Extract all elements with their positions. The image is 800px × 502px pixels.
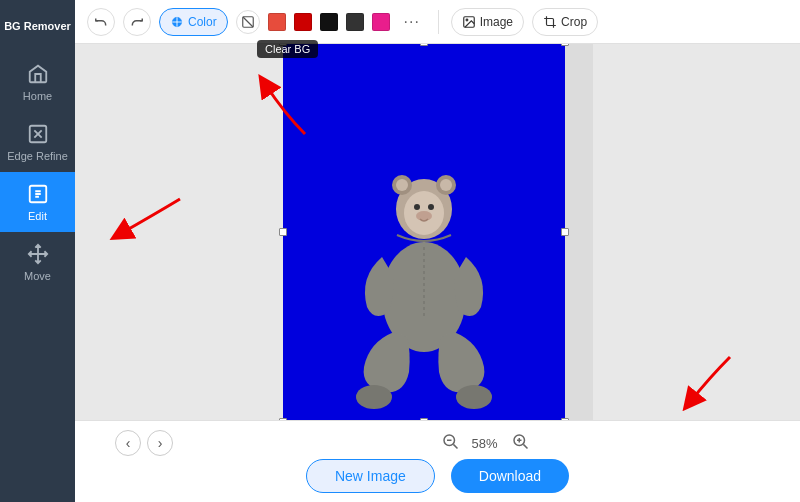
svg-point-9 — [396, 179, 408, 191]
color-button[interactable]: Color — [159, 8, 228, 36]
handle-mid-right[interactable] — [561, 228, 569, 236]
zoom-value: 58% — [467, 436, 503, 451]
svg-point-17 — [456, 385, 492, 409]
color-swatch-black2[interactable] — [346, 13, 364, 31]
app-title: BG Remover — [4, 20, 71, 32]
zoom-in-icon[interactable] — [511, 432, 529, 454]
sidebar-item-edit[interactable]: Edit — [0, 172, 75, 232]
svg-point-10 — [440, 179, 452, 191]
download-button[interactable]: Download — [451, 459, 569, 493]
more-colors-button[interactable]: ··· — [398, 11, 426, 33]
svg-point-14 — [416, 211, 432, 221]
svg-point-13 — [428, 204, 434, 210]
color-swatch-red1[interactable] — [268, 13, 286, 31]
sidebar-item-home[interactable]: Home — [0, 52, 75, 112]
color-swatch-black1[interactable] — [320, 13, 338, 31]
right-strip — [565, 44, 593, 420]
edge-refine-icon — [26, 122, 50, 146]
arrow-to-download — [660, 352, 740, 412]
svg-point-16 — [356, 385, 392, 409]
bottom-bar: ‹ › 58% — [75, 420, 800, 502]
canvas-area[interactable] — [75, 44, 800, 420]
sidebar-move-label: Move — [24, 270, 51, 282]
sidebar-edge-refine-label: Edge Refine — [7, 150, 68, 162]
zoom-out-icon[interactable] — [441, 432, 459, 454]
sidebar: BG Remover Home Edge Refine Edit — [0, 0, 75, 502]
svg-point-5 — [466, 19, 468, 21]
new-image-label: New Image — [335, 468, 406, 484]
image-label: Image — [480, 15, 513, 29]
sidebar-home-label: Home — [23, 90, 52, 102]
arrow-to-edit — [105, 194, 185, 254]
next-button[interactable]: › — [147, 430, 173, 456]
main-content: Color ··· Image — [75, 0, 800, 502]
edit-icon — [26, 182, 50, 206]
color-swatch-pink[interactable] — [372, 13, 390, 31]
toolbar: Color ··· Image — [75, 0, 800, 44]
zoom-controls: 58% — [441, 432, 529, 454]
home-icon — [26, 62, 50, 86]
image-button[interactable]: Image — [451, 8, 524, 36]
clear-bg-tooltip: Clear BG — [257, 40, 318, 58]
redo-button[interactable] — [123, 8, 151, 36]
undo-button[interactable] — [87, 8, 115, 36]
toolbar-divider — [438, 10, 439, 34]
bottom-actions: New Image Download — [306, 459, 569, 493]
svg-line-22 — [523, 445, 527, 449]
handle-top-right[interactable] — [561, 44, 569, 46]
app-logo: BG Remover — [3, 8, 73, 44]
download-label: Download — [479, 468, 541, 484]
crop-label: Crop — [561, 15, 587, 29]
canvas-stage[interactable] — [283, 44, 565, 420]
baby-image — [339, 157, 509, 412]
move-icon — [26, 242, 50, 266]
clear-bg-icon-btn[interactable] — [236, 10, 260, 34]
prev-button[interactable]: ‹ — [115, 430, 141, 456]
color-swatch-red2[interactable] — [294, 13, 312, 31]
sidebar-item-move[interactable]: Move — [0, 232, 75, 292]
color-label: Color — [188, 15, 217, 29]
handle-mid-left[interactable] — [279, 228, 287, 236]
sidebar-edit-label: Edit — [28, 210, 47, 222]
crop-button[interactable]: Crop — [532, 8, 598, 36]
new-image-button[interactable]: New Image — [306, 459, 435, 493]
sidebar-item-edge-refine[interactable]: Edge Refine — [0, 112, 75, 172]
handle-top-mid[interactable] — [420, 44, 428, 46]
svg-point-12 — [414, 204, 420, 210]
svg-line-19 — [453, 445, 457, 449]
